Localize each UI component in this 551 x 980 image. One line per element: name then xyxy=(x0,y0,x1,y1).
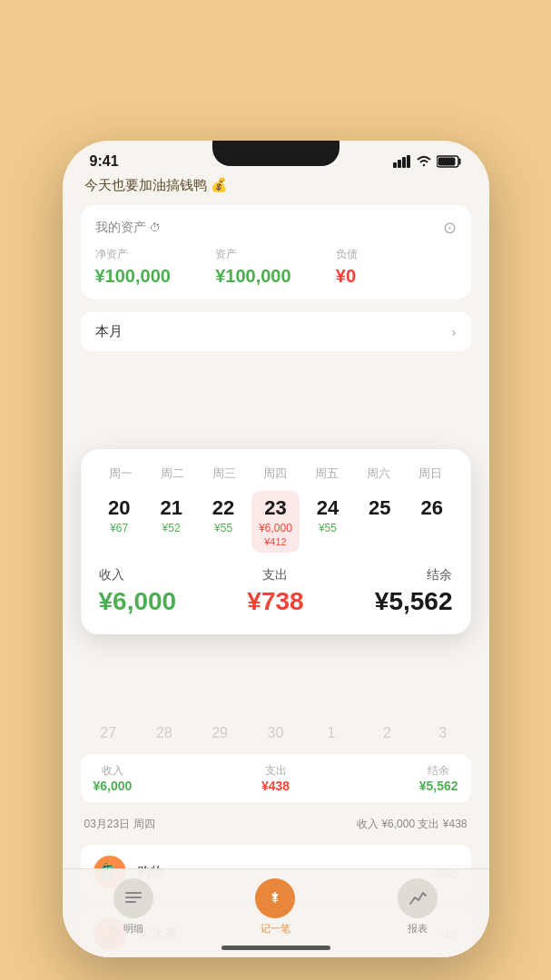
ms-income: 收入 ¥6,000 xyxy=(93,763,133,793)
date2-29[interactable]: 29 xyxy=(192,721,247,745)
month-summary: 收入 ¥6,000 支出 ¥438 结余 ¥5,562 xyxy=(81,754,471,802)
svg-rect-0 xyxy=(393,162,397,168)
assets-card[interactable]: 我的资产 ⏱ ⊙ 净资产 ¥100,000 资产 ¥100,000 xyxy=(81,205,471,299)
detail-label: 明细 xyxy=(123,922,143,936)
week-dates: 20 ¥67 21 ¥52 22 ¥55 23 ¥6,000 ¥412 xyxy=(95,491,457,553)
home-indicator xyxy=(221,946,330,950)
phone-mockup: 9:41 xyxy=(63,141,489,957)
assets-card-title: 我的资产 ⏱ xyxy=(95,220,161,236)
date-23[interactable]: 23 ¥6,000 ¥412 xyxy=(251,491,300,553)
svg-rect-6 xyxy=(125,892,142,894)
ms-expense: 支出 ¥438 xyxy=(261,763,290,793)
day-header: 03月23日 周四 收入 ¥6,000 支出 ¥438 xyxy=(81,811,471,838)
date-20[interactable]: 20 ¥67 xyxy=(95,491,143,553)
report-icon xyxy=(398,878,438,918)
top-section: 今天也要加油搞钱鸭 💰 我的资产 ⏱ ⊙ 净资产 ¥100,000 xyxy=(63,177,489,351)
date-21[interactable]: 21 ¥52 xyxy=(147,491,195,553)
status-icons xyxy=(393,155,462,168)
status-time: 9:41 xyxy=(90,153,119,170)
detail-icon xyxy=(113,878,153,918)
week-header: 周一 周二 周三 周四 周五 周六 周日 xyxy=(95,466,457,482)
weekday-thu: 周四 xyxy=(250,466,301,482)
svg-rect-1 xyxy=(398,160,401,168)
signal-icon xyxy=(393,155,411,168)
date2-3[interactable]: 3 xyxy=(415,721,470,745)
income-summary: 收入 ¥6,000 xyxy=(99,567,177,616)
svg-rect-7 xyxy=(125,897,142,898)
settings-icon[interactable]: ⊙ xyxy=(443,218,457,238)
week2-row: 27 28 29 30 1 2 3 xyxy=(81,721,471,745)
record-icon: ¥ xyxy=(255,878,295,918)
ms-balance: 结余 ¥5,562 xyxy=(419,763,458,793)
greeting: 今天也要加油搞钱鸭 💰 xyxy=(81,177,471,194)
svg-rect-3 xyxy=(407,155,410,168)
report-label: 报表 xyxy=(408,922,428,936)
weekday-sat: 周六 xyxy=(353,466,405,482)
nav-detail[interactable]: 明细 xyxy=(113,878,153,936)
total-assets: 资产 ¥100,000 xyxy=(215,247,336,287)
weekday-mon: 周一 xyxy=(95,466,147,482)
calendar-card: 周一 周二 周三 周四 周五 周六 周日 20 ¥67 21 xyxy=(81,449,471,634)
bottom-nav: 明细 ¥ 记一笔 xyxy=(63,868,489,957)
weekday-fri: 周五 xyxy=(301,466,353,482)
date-24[interactable]: 24 ¥55 xyxy=(303,491,351,553)
weekday-sun: 周日 xyxy=(405,466,457,482)
balance-summary: 结余 ¥5,562 xyxy=(375,567,453,616)
date-26[interactable]: 26 xyxy=(408,491,456,553)
nav-report[interactable]: 报表 xyxy=(398,878,438,936)
date2-2[interactable]: 2 xyxy=(359,721,415,745)
month-row[interactable]: 本月 › xyxy=(81,312,471,351)
liabilities: 负债 ¥0 xyxy=(336,247,457,287)
battery-icon xyxy=(437,155,462,168)
date2-30[interactable]: 30 xyxy=(248,721,303,745)
wifi-icon xyxy=(416,155,432,168)
weekday-tue: 周二 xyxy=(146,466,198,482)
nav-record[interactable]: ¥ 记一笔 xyxy=(255,878,295,936)
date-25[interactable]: 25 xyxy=(356,491,404,553)
date2-27[interactable]: 27 xyxy=(81,721,136,745)
svg-rect-2 xyxy=(402,157,406,168)
date-22[interactable]: 22 ¥55 xyxy=(199,491,247,553)
day-date: 03月23日 周四 xyxy=(84,817,155,832)
weekday-wed: 周三 xyxy=(198,466,250,482)
net-assets: 净资产 ¥100,000 xyxy=(95,247,216,287)
phone-notch xyxy=(212,141,339,166)
day-amounts: 收入 ¥6,000 支出 ¥438 xyxy=(357,817,467,832)
record-label: 记一笔 xyxy=(261,922,290,936)
expense-summary: 支出 ¥738 xyxy=(247,567,303,616)
svg-rect-8 xyxy=(125,901,136,903)
date2-28[interactable]: 28 xyxy=(136,721,192,745)
summary-row: 收入 ¥6,000 支出 ¥738 结余 ¥5,562 xyxy=(95,567,457,616)
date2-1[interactable]: 1 xyxy=(303,721,359,745)
svg-rect-5 xyxy=(438,158,455,166)
